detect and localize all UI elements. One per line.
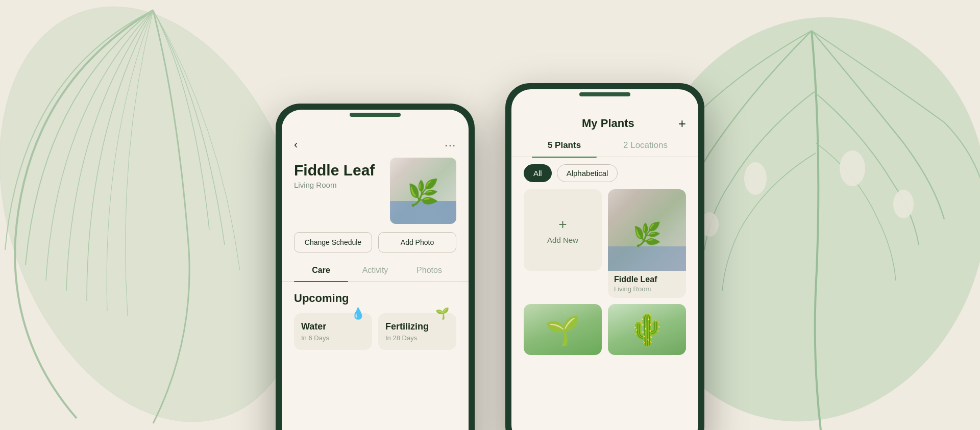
fiddle-card-name: Fiddle Leaf xyxy=(614,275,680,284)
fiddle-card-emoji: 🌿 xyxy=(633,221,662,248)
cactus-card[interactable] xyxy=(608,304,686,355)
water-icon: 💧 xyxy=(351,307,365,320)
plant-emoji: 🌿 xyxy=(407,178,439,208)
phone2: My Plants + 5 Plants 2 Locations All Alp… xyxy=(505,83,704,430)
water-care-card: 💧 Water In 6 Days xyxy=(294,313,372,350)
tab-plants[interactable]: 5 Plants xyxy=(524,136,605,157)
p2-tabs: 5 Plants 2 Locations xyxy=(511,136,698,157)
filter-alphabetical[interactable]: Alphabetical xyxy=(557,164,618,182)
fern-card-image xyxy=(524,304,602,355)
fertilize-icon: 🌱 xyxy=(435,307,449,320)
cactus-card-image xyxy=(608,304,686,355)
phones-container: ‹ ··· Fiddle Leaf Living Room 🌿 Change S… xyxy=(0,0,980,430)
fiddle-card-image: 🌿 xyxy=(608,189,686,271)
p1-plant-info: Fiddle Leaf Living Room 🌿 xyxy=(282,158,469,232)
fertilize-card-title: Fertilizing xyxy=(385,321,449,332)
back-button[interactable]: ‹ xyxy=(294,138,298,151)
fern-card[interactable] xyxy=(524,304,602,355)
plant-location: Living Room xyxy=(294,181,382,189)
more-button[interactable]: ··· xyxy=(445,139,456,151)
fiddle-leaf-card[interactable]: 🌿 Fiddle Leaf Living Room xyxy=(608,189,686,298)
p1-action-buttons: Change Schedule Add Photo xyxy=(282,232,469,261)
plants-grid: + Add New 🌿 Fiddle Leaf Living Room xyxy=(511,189,698,355)
fertilize-card-subtitle: In 28 Days xyxy=(385,334,449,342)
plant-photo: 🌿 xyxy=(390,158,456,224)
phone1-pill xyxy=(350,113,401,117)
filter-all[interactable]: All xyxy=(524,164,552,182)
phone1-screen: ‹ ··· Fiddle Leaf Living Room 🌿 Change S… xyxy=(282,110,469,430)
add-photo-button[interactable]: Add Photo xyxy=(378,232,456,252)
fern-card-photo xyxy=(524,304,602,355)
tab-locations[interactable]: 2 Locations xyxy=(605,136,686,157)
care-cards: 💧 Water In 6 Days 🌱 Fertilizing In 28 Da… xyxy=(282,313,469,350)
tab-care[interactable]: Care xyxy=(294,261,348,281)
fiddle-card-info: Fiddle Leaf Living Room xyxy=(608,271,686,298)
tab-photos[interactable]: Photos xyxy=(402,261,456,281)
water-card-title: Water xyxy=(301,321,365,332)
add-new-label: Add New xyxy=(547,236,578,244)
plant-name: Fiddle Leaf xyxy=(294,162,382,179)
p1-plant-text: Fiddle Leaf Living Room xyxy=(294,158,382,189)
p1-header: ‹ ··· xyxy=(282,110,469,158)
change-schedule-button[interactable]: Change Schedule xyxy=(294,232,372,252)
phone1: ‹ ··· Fiddle Leaf Living Room 🌿 Change S… xyxy=(276,104,475,430)
p1-tabs: Care Activity Photos xyxy=(282,261,469,282)
my-plants-title: My Plants xyxy=(538,117,678,130)
fiddle-card-photo: 🌿 xyxy=(608,189,686,271)
water-card-subtitle: In 6 Days xyxy=(301,334,365,342)
cactus-card-photo xyxy=(608,304,686,355)
phone2-pill xyxy=(579,92,630,96)
phone2-screen: My Plants + 5 Plants 2 Locations All Alp… xyxy=(511,89,698,430)
add-new-icon: + xyxy=(558,216,567,233)
add-new-card[interactable]: + Add New xyxy=(524,189,602,271)
fiddle-card-location: Living Room xyxy=(614,285,680,293)
p2-filters: All Alphabetical xyxy=(511,164,698,189)
add-plant-button[interactable]: + xyxy=(678,117,686,130)
plant-image: 🌿 xyxy=(390,158,456,224)
tab-activity[interactable]: Activity xyxy=(348,261,402,281)
fertilizing-care-card: 🌱 Fertilizing In 28 Days xyxy=(378,313,456,350)
